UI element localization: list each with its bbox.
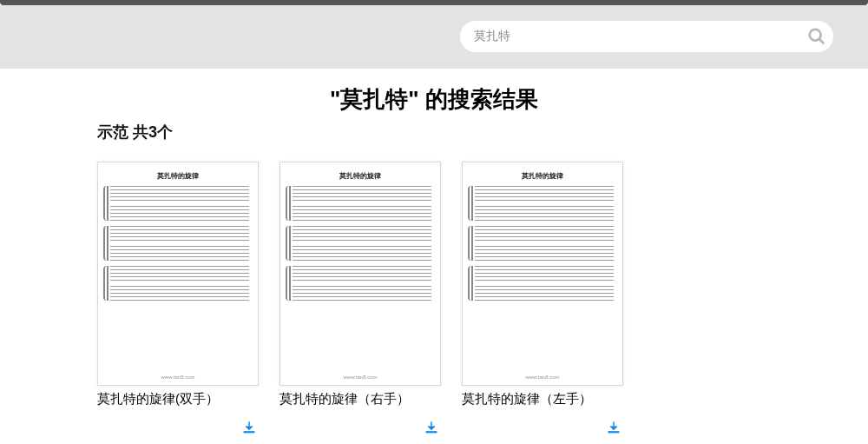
results-header: "莫扎特" 的搜索结果 <box>0 84 868 115</box>
thumb-footer: www.tan8.com <box>107 374 249 380</box>
download-icon[interactable] <box>241 420 257 439</box>
search-icon[interactable] <box>806 25 828 48</box>
search-box[interactable] <box>460 21 833 52</box>
thumb-title: 莫扎特的旋律 <box>289 171 431 181</box>
card-title: 莫扎特的旋律（右手） <box>279 391 441 408</box>
staves <box>289 186 431 306</box>
svg-rect-2 <box>244 432 254 434</box>
score-thumbnail[interactable]: 莫扎特的旋律 www.tan8.com <box>462 162 623 386</box>
thumb-footer: www.tan8.com <box>471 374 614 380</box>
card-title: 莫扎特的旋律（左手） <box>462 391 623 408</box>
download-icon[interactable] <box>606 420 621 439</box>
search-bar-area <box>0 5 868 69</box>
svg-rect-3 <box>426 432 437 434</box>
staves <box>107 186 249 306</box>
staves <box>471 186 614 306</box>
score-thumbnail[interactable]: 莫扎特的旋律 www.tan8.com <box>97 162 259 386</box>
svg-line-1 <box>819 39 825 44</box>
result-card[interactable]: 莫扎特的旋律 www.tan8.com 莫扎特的旋律（右手） <box>279 162 441 439</box>
svg-point-0 <box>810 30 821 41</box>
section-label: 示范 共3个 <box>97 122 868 142</box>
thumb-footer: www.tan8.com <box>289 374 431 380</box>
thumb-title: 莫扎特的旋律 <box>471 171 614 181</box>
download-icon[interactable] <box>424 420 439 439</box>
search-input[interactable] <box>474 30 799 43</box>
card-title: 莫扎特的旋律(双手） <box>97 391 259 408</box>
thumb-title: 莫扎特的旋律 <box>107 171 249 181</box>
result-card[interactable]: 莫扎特的旋律 www.tan8.com 莫扎特的旋律(双手） <box>97 162 259 439</box>
svg-rect-4 <box>608 432 619 434</box>
result-card[interactable]: 莫扎特的旋律 www.tan8.com 莫扎特的旋律（左手） <box>462 162 623 439</box>
score-thumbnail[interactable]: 莫扎特的旋律 www.tan8.com <box>279 162 441 386</box>
results-grid: 莫扎特的旋律 www.tan8.com 莫扎特的旋律(双手） <box>0 142 868 439</box>
